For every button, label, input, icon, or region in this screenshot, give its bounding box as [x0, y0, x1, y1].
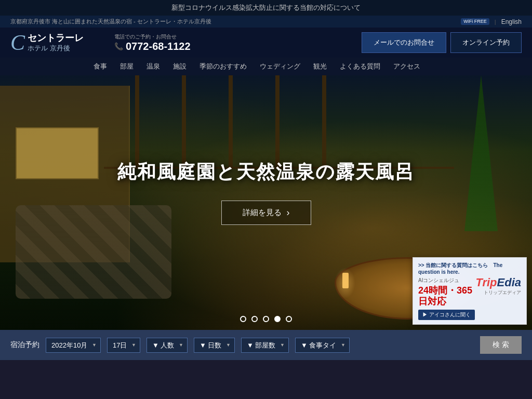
guests-select[interactable]: ▼ 人数 1名 2名 — [147, 338, 188, 353]
wifi-label: WiFi FREE — [463, 19, 487, 24]
search-label: 宿泊予約 — [10, 340, 39, 350]
logo-sub-name: ホテル 京丹後 — [28, 44, 84, 52]
navigation-bar: 食事 部屋 温泉 施設 季節のおすすめ ウェディング 観光 よくある質問 アクセ… — [0, 58, 532, 75]
meal-select[interactable]: ▼ 食事タイ 朝食付き 朝夕食付き — [295, 338, 350, 353]
search-button[interactable]: 検 索 — [480, 336, 522, 354]
logo-text: セントラーレ ホテル 京丹後 — [28, 33, 84, 52]
phone-number: 📞 0772-68-1122 — [114, 41, 191, 52]
header: C セントラーレ ホテル 京丹後 電話でのご予約・お問合せ 📞 0772-68-… — [0, 28, 532, 58]
ai-widget-title: >> 当館に関する質問はこちら The question is here. — [418, 262, 521, 275]
slide-dot-1[interactable] — [240, 316, 246, 322]
slide-dot-4[interactable] — [274, 316, 281, 322]
day-select-wrap: 17日 18日 19日 — [107, 338, 140, 353]
ai-logo-text: TripEdia — [475, 277, 521, 288]
nav-item-facilities[interactable]: 施設 — [173, 62, 187, 71]
divider: | — [495, 19, 496, 25]
english-link[interactable]: English — [501, 18, 522, 25]
hero-section: 純和風庭園と天然温泉の露天風呂 詳細を見る › >> 当館に関する質問はこちら … — [0, 75, 532, 330]
info-bar: 京都府京丹後市 海と山に囲まれた天然温泉の宿 - セントラーレ・ホテル京丹後 W… — [0, 16, 532, 28]
mail-inquiry-button[interactable]: メールでのお問合せ — [362, 32, 446, 53]
ai-widget: >> 当館に関する質問はこちら The question is here. AI… — [413, 257, 527, 325]
phone-number-text: 0772-68-1122 — [126, 41, 191, 52]
slide-dots — [240, 316, 292, 322]
announcement-bar: 新型コロナウイルス感染拡大防止に関する当館の対応について — [0, 0, 532, 16]
hero-btn-arrow: › — [287, 207, 290, 218]
info-bar-right: WiFi FREE | English — [461, 18, 522, 25]
header-buttons: メールでのお問合せ オンライン予約 — [362, 32, 522, 53]
ai-concierge-label: AIコンシェルジュ — [418, 277, 475, 284]
slide-dot-2[interactable] — [251, 316, 258, 322]
slide-dot-5[interactable] — [286, 316, 292, 322]
logo-c-letter: C — [10, 32, 25, 54]
ai-sub-logo: トリップエディア — [475, 289, 521, 296]
nav-item-onsen[interactable]: 温泉 — [147, 62, 160, 71]
nav-item-seasonal[interactable]: 季節のおすすめ — [200, 62, 247, 71]
logo-area[interactable]: C セントラーレ ホテル 京丹後 — [10, 32, 94, 54]
nav-item-faq[interactable]: よくある質問 — [340, 62, 380, 71]
ai-title-text: 当館に関する質問はこちら The question is here. — [418, 262, 502, 275]
online-reserve-button[interactable]: オンライン予約 — [450, 32, 522, 53]
hero-detail-button[interactable]: 詳細を見る › — [221, 201, 311, 225]
ai-right-block: TripEdia トリップエディア — [475, 277, 521, 296]
guests-select-wrap: ▼ 人数 1名 2名 — [147, 338, 188, 353]
breadcrumb-text: 京都府京丹後市 海と山に囲まれた天然温泉の宿 - セントラーレ・ホテル京丹後 — [10, 18, 211, 25]
ai-hours-text: 24時間・365日対応 — [418, 285, 475, 308]
phone-icon: 📞 — [114, 42, 123, 50]
logo-main-name: セントラーレ — [28, 33, 84, 44]
hero-btn-label: 詳細を見る — [243, 208, 282, 218]
phone-block: 電話でのご予約・お問合せ 📞 0772-68-1122 — [114, 33, 191, 52]
day-select[interactable]: 17日 18日 19日 — [107, 338, 140, 353]
wifi-badge: WiFi FREE — [461, 18, 489, 25]
ai-ask-button[interactable]: ▶ アイコさんに聞く — [418, 310, 475, 320]
nav-item-sightseeing[interactable]: 観光 — [313, 62, 327, 71]
meal-select-wrap: ▼ 食事タイ 朝食付き 朝夕食付き — [295, 338, 350, 353]
nav-item-access[interactable]: アクセス — [393, 62, 420, 71]
nav-item-wedding[interactable]: ウェディング — [260, 62, 300, 71]
search-bar: 宿泊予約 2022年10月 2022年11月 2022年12月 17日 18日 … — [0, 330, 532, 360]
nights-select-wrap: ▼ 日数 1泊 2泊 — [194, 338, 235, 353]
hero-title: 純和風庭園と天然温泉の露天風呂 — [117, 159, 415, 185]
rooms-select[interactable]: ▼ 部屋数 1室 2室 — [241, 338, 289, 353]
announcement-text: 新型コロナウイルス感染拡大防止に関する当館の対応について — [171, 4, 361, 11]
slide-dot-3[interactable] — [263, 316, 269, 322]
rooms-select-wrap: ▼ 部屋数 1室 2室 — [241, 338, 289, 353]
month-select-wrap: 2022年10月 2022年11月 2022年12月 — [46, 338, 101, 353]
nights-select[interactable]: ▼ 日数 1泊 2泊 — [194, 338, 235, 353]
phone-label: 電話でのご予約・お問合せ — [114, 33, 177, 41]
nav-item-rooms[interactable]: 部屋 — [120, 62, 134, 71]
ai-arrow-icon: >> — [418, 262, 424, 268]
month-select[interactable]: 2022年10月 2022年11月 2022年12月 — [46, 338, 101, 353]
ai-left-block: AIコンシェルジュ 24時間・365日対応 ▶ アイコさんに聞く — [418, 277, 475, 320]
nav-item-dining[interactable]: 食事 — [94, 62, 107, 71]
